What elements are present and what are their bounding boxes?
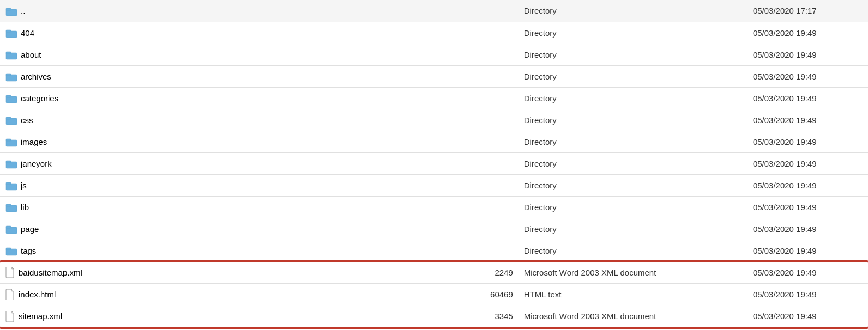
folder-icon (5, 224, 16, 233)
table-row[interactable]: jsDirectory05/03/2020 19:49 (0, 174, 868, 196)
folder-icon (5, 137, 16, 146)
file-name: images (21, 137, 47, 146)
file-type: Directory (519, 44, 748, 65)
svg-rect-17 (6, 182, 11, 185)
file-type: Directory (519, 65, 748, 87)
file-size (458, 44, 519, 65)
folder-icon (5, 94, 16, 102)
file-type: Microsoft Word 2003 XML document (519, 305, 748, 327)
file-name: sitemap.xml (19, 311, 62, 321)
file-type: Directory (519, 218, 748, 240)
file-date: 05/03/2020 19:49 (748, 109, 868, 131)
file-type: Directory (519, 109, 748, 131)
file-type: Directory (519, 240, 748, 261)
folder-icon (5, 203, 16, 211)
file-name: .. (21, 6, 25, 15)
file-type: Directory (519, 0, 748, 22)
file-date: 05/03/2020 19:49 (748, 44, 868, 65)
file-icon (5, 289, 14, 300)
file-type: Directory (519, 131, 748, 152)
file-icon (5, 267, 14, 278)
file-name: janeyork (21, 159, 52, 168)
table-row[interactable]: categoriesDirectory05/03/2020 19:49 (0, 87, 868, 109)
highlighted-file-table: baidusitemap.xml2249Microsoft Word 2003 … (0, 262, 868, 328)
file-date: 05/03/2020 19:49 (748, 87, 868, 109)
folder-icon (5, 7, 16, 15)
table-row[interactable]: cssDirectory05/03/2020 19:49 (0, 109, 868, 131)
directory-rows: ..Directory05/03/2020 17:17 404Directory… (0, 0, 868, 261)
svg-rect-7 (6, 74, 11, 76)
file-size (458, 218, 519, 240)
folder-icon (5, 72, 16, 81)
file-date: 05/03/2020 19:49 (748, 284, 868, 305)
file-date: 05/03/2020 19:49 (748, 152, 868, 174)
file-browser: ..Directory05/03/2020 17:17 404Directory… (0, 0, 868, 327)
table-row[interactable]: tagsDirectory05/03/2020 19:49 (0, 240, 868, 261)
file-name: page (21, 224, 39, 234)
file-date: 05/03/2020 19:49 (748, 131, 868, 152)
file-name: baidusitemap.xml (19, 268, 82, 277)
file-type: Directory (519, 22, 748, 44)
svg-rect-5 (6, 52, 11, 54)
file-name: index.html (19, 290, 56, 299)
svg-rect-23 (6, 248, 11, 250)
file-type: Directory (519, 87, 748, 109)
file-size: 60469 (458, 284, 519, 305)
file-date: 05/03/2020 19:49 (748, 174, 868, 196)
file-name: about (21, 50, 41, 59)
file-date: 05/03/2020 19:49 (748, 240, 868, 261)
table-row[interactable]: ..Directory05/03/2020 17:17 (0, 0, 868, 22)
svg-rect-11 (6, 117, 11, 119)
table-row[interactable]: janeyorkDirectory05/03/2020 19:49 (0, 152, 868, 174)
file-name: js (21, 181, 27, 190)
file-type: Directory (519, 174, 748, 196)
file-name: lib (21, 203, 29, 212)
file-type: Directory (519, 152, 748, 174)
file-date: 05/03/2020 19:49 (748, 262, 868, 284)
file-date: 05/03/2020 17:17 (748, 0, 868, 22)
file-icon (5, 311, 14, 322)
file-size (458, 0, 519, 22)
file-name: tags (21, 246, 36, 255)
table-row[interactable]: sitemap.xml3345Microsoft Word 2003 XML d… (0, 305, 868, 327)
file-size (458, 131, 519, 152)
file-size (458, 22, 519, 44)
file-size (458, 196, 519, 218)
folder-icon (5, 28, 16, 37)
file-size (458, 152, 519, 174)
table-row[interactable]: 404Directory05/03/2020 19:49 (0, 22, 868, 44)
file-size (458, 65, 519, 87)
file-name: css (21, 115, 33, 125)
file-type: Microsoft Word 2003 XML document (519, 262, 748, 284)
table-row[interactable]: pageDirectory05/03/2020 19:49 (0, 218, 868, 240)
table-row[interactable]: baidusitemap.xml2249Microsoft Word 2003 … (0, 262, 868, 284)
folder-icon (5, 246, 16, 255)
file-name: 404 (21, 28, 34, 38)
file-size (458, 240, 519, 261)
table-row[interactable]: aboutDirectory05/03/2020 19:49 (0, 44, 868, 65)
file-size (458, 174, 519, 196)
file-date: 05/03/2020 19:49 (748, 65, 868, 87)
folder-icon (5, 50, 16, 59)
folder-icon (5, 115, 16, 124)
folder-icon (5, 181, 16, 190)
file-date: 05/03/2020 19:49 (748, 22, 868, 44)
svg-rect-9 (6, 95, 11, 97)
file-date: 05/03/2020 19:49 (748, 196, 868, 218)
highlighted-file-rows: baidusitemap.xml2249Microsoft Word 2003 … (0, 262, 868, 327)
file-name: archives (21, 72, 51, 81)
file-type: Directory (519, 196, 748, 218)
svg-rect-13 (6, 139, 11, 141)
table-row[interactable]: imagesDirectory05/03/2020 19:49 (0, 131, 868, 152)
svg-rect-15 (6, 161, 11, 163)
svg-rect-1 (6, 8, 11, 10)
file-size: 2249 (458, 262, 519, 284)
file-size (458, 87, 519, 109)
file-name: categories (21, 94, 58, 103)
table-row[interactable]: archivesDirectory05/03/2020 19:49 (0, 65, 868, 87)
svg-rect-3 (6, 30, 11, 32)
file-date: 05/03/2020 19:49 (748, 305, 868, 327)
svg-rect-21 (6, 226, 11, 228)
table-row[interactable]: index.html60469HTML text05/03/2020 19:49 (0, 284, 868, 305)
table-row[interactable]: libDirectory05/03/2020 19:49 (0, 196, 868, 218)
